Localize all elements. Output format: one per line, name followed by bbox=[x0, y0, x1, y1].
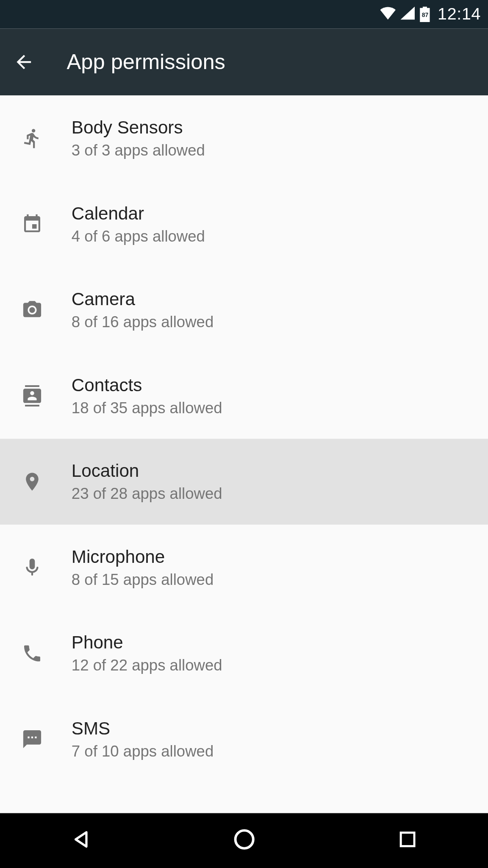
back-button[interactable] bbox=[10, 48, 39, 77]
running-icon bbox=[22, 128, 43, 149]
item-title: Phone bbox=[72, 632, 222, 653]
list-item-calendar[interactable]: Calendar 4 of 6 apps allowed bbox=[0, 181, 488, 267]
nav-back-icon[interactable] bbox=[70, 829, 92, 852]
page-title: App permissions bbox=[67, 50, 225, 75]
camera-icon bbox=[22, 299, 43, 321]
item-title: Contacts bbox=[72, 375, 222, 395]
item-sub: 3 of 3 apps allowed bbox=[72, 141, 205, 160]
nav-recents-icon[interactable] bbox=[397, 829, 418, 852]
calendar-icon bbox=[22, 214, 43, 235]
list-item-sms[interactable]: SMS 7 of 10 apps allowed bbox=[0, 696, 488, 782]
svg-point-0 bbox=[236, 830, 253, 848]
item-sub: 7 of 10 apps allowed bbox=[72, 742, 214, 761]
item-title: SMS bbox=[72, 718, 214, 738]
list-item-body-sensors[interactable]: Body Sensors 3 of 3 apps allowed bbox=[0, 95, 488, 181]
list-item-camera[interactable]: Camera 8 of 16 apps allowed bbox=[0, 267, 488, 353]
item-sub: 12 of 22 apps allowed bbox=[72, 656, 222, 675]
status-bar: 87 12:14 bbox=[0, 0, 488, 29]
item-title: Body Sensors bbox=[72, 117, 205, 137]
list-item-microphone[interactable]: Microphone 8 of 15 apps allowed bbox=[0, 525, 488, 611]
battery-icon: 87 bbox=[420, 6, 430, 22]
signal-icon bbox=[401, 6, 415, 22]
sms-icon bbox=[22, 729, 43, 750]
list-item-contacts[interactable]: Contacts 18 of 35 apps allowed bbox=[0, 353, 488, 439]
list-item-phone[interactable]: Phone 12 of 22 apps allowed bbox=[0, 610, 488, 696]
item-title: Calendar bbox=[72, 203, 205, 223]
item-title: Camera bbox=[72, 289, 214, 309]
item-sub: 18 of 35 apps allowed bbox=[72, 398, 222, 417]
item-title: Location bbox=[72, 461, 222, 481]
item-title: Microphone bbox=[72, 546, 214, 567]
item-sub: 4 of 6 apps allowed bbox=[72, 227, 205, 245]
nav-bar bbox=[0, 813, 488, 868]
item-sub: 8 of 16 apps allowed bbox=[72, 313, 214, 331]
microphone-icon bbox=[22, 557, 43, 579]
item-sub: 8 of 15 apps allowed bbox=[72, 570, 214, 589]
contacts-icon bbox=[22, 385, 43, 407]
phone-icon bbox=[22, 643, 43, 664]
wifi-icon bbox=[380, 6, 396, 22]
list-item-location[interactable]: Location 23 of 28 apps allowed bbox=[0, 439, 488, 525]
item-sub: 23 of 28 apps allowed bbox=[72, 484, 222, 503]
list-item-storage-partial[interactable]: Storage bbox=[0, 782, 488, 818]
svg-rect-1 bbox=[401, 833, 414, 846]
app-bar: App permissions bbox=[0, 29, 488, 96]
nav-home-icon[interactable] bbox=[233, 827, 256, 854]
status-time: 12:14 bbox=[438, 5, 481, 24]
location-icon bbox=[22, 471, 43, 492]
permissions-list: Body Sensors 3 of 3 apps allowed Calenda… bbox=[0, 95, 488, 818]
battery-percent: 87 bbox=[422, 11, 429, 18]
